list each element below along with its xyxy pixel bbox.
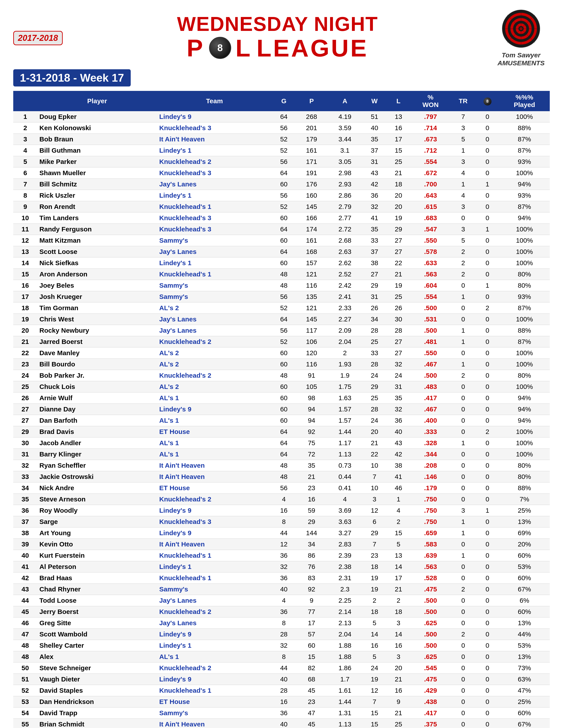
cell-1: Barry Klinger xyxy=(37,449,157,460)
cell-0: 36 xyxy=(13,505,37,516)
cell-0: 2 xyxy=(13,122,37,134)
cell-10: 1 xyxy=(476,505,499,516)
cell-1: Chuck Lois xyxy=(37,381,157,392)
cell-0: 42 xyxy=(13,572,37,584)
cell-7: 31 xyxy=(386,381,411,392)
cell-9: 0 xyxy=(451,212,476,224)
col-pct-played: %%%Played xyxy=(499,91,550,111)
cell-2: It Ain't Heaven xyxy=(157,539,272,550)
cell-8: .545 xyxy=(411,662,451,674)
cell-10: 0 xyxy=(476,145,499,156)
cell-11: 94% xyxy=(499,212,550,224)
cell-10: 0 xyxy=(476,325,499,336)
cell-9: 4 xyxy=(451,190,476,201)
cell-1: Bill Schmitz xyxy=(37,179,157,190)
cell-7: 21 xyxy=(386,584,411,595)
cell-7: 15 xyxy=(386,527,411,539)
cell-0: 10 xyxy=(13,212,37,224)
cell-7: 16 xyxy=(386,122,411,134)
col-l: L xyxy=(386,91,411,111)
cell-1: Matt Kitzman xyxy=(37,235,157,246)
cell-5: 3.69 xyxy=(327,505,362,516)
cell-11: 93% xyxy=(499,291,550,302)
cell-5: 1.93 xyxy=(327,359,362,370)
cell-10: 0 xyxy=(476,235,499,246)
cell-7: 13 xyxy=(386,550,411,561)
cell-5: 2.83 xyxy=(327,539,362,550)
cell-1: Rick Uszler xyxy=(37,190,157,201)
cell-0: 21 xyxy=(13,336,37,347)
cell-6: 15 xyxy=(363,707,387,719)
cell-11: 67% xyxy=(499,584,550,595)
cell-0: 26 xyxy=(13,392,37,404)
cell-5: 3.05 xyxy=(327,156,362,167)
cell-2: Sammy's xyxy=(157,291,272,302)
tom-sawyer-text: Tom SawyerAMUSEMENTS xyxy=(492,51,550,67)
pool-league-row: P 8 L LEAGUE xyxy=(69,34,486,62)
cell-10: 0 xyxy=(476,640,499,651)
cell-2: Lindey's 1 xyxy=(157,561,272,572)
cell-4: 45 xyxy=(296,685,328,696)
cell-11: 63% xyxy=(499,674,550,685)
table-row: 4Bill GuthmanLindey's 1521613.13715.7121… xyxy=(13,145,550,156)
cell-9: 1 xyxy=(451,145,476,156)
cell-11: 80% xyxy=(499,471,550,482)
table-row: 54David TrappSammy's36471.311521.4170060… xyxy=(13,707,550,719)
cell-2: Knucklehead's 2 xyxy=(157,336,272,347)
table-row: 20Rocky NewburyJay's Lanes561172.092828.… xyxy=(13,325,550,336)
cell-8: .500 xyxy=(411,302,451,314)
pool-text2: L xyxy=(235,34,252,62)
cell-6: 31 xyxy=(363,156,387,167)
cell-4: 157 xyxy=(296,257,328,269)
cell-10: 0 xyxy=(476,516,499,527)
cell-2: Jay's Lanes xyxy=(157,179,272,190)
cell-1: Dave Manley xyxy=(37,347,157,359)
cell-11: 13% xyxy=(499,651,550,662)
cell-3: 32 xyxy=(272,640,296,651)
cell-9: 3 xyxy=(451,505,476,516)
cell-6: 18 xyxy=(363,606,387,617)
cell-2: Lindey's 9 xyxy=(157,404,272,415)
cell-7: 27 xyxy=(386,246,411,257)
cell-0: 3 xyxy=(13,134,37,145)
cell-2: Knucklehead's 3 xyxy=(157,224,272,235)
cell-0: 20 xyxy=(13,325,37,336)
cell-1: Shelley Carter xyxy=(37,640,157,651)
cell-5: 2 xyxy=(327,347,362,359)
cell-8: .633 xyxy=(411,257,451,269)
cell-5: 1.75 xyxy=(327,381,362,392)
cell-9: 0 xyxy=(451,314,476,325)
cell-1: Bob Parker Jr. xyxy=(37,370,157,381)
cell-0: 13 xyxy=(13,246,37,257)
cell-11: 93% xyxy=(499,156,550,167)
cell-6: 25 xyxy=(363,392,387,404)
table-row: 16Joey BelesSammy's481162.422919.6040180… xyxy=(13,280,550,291)
cell-0: 47 xyxy=(13,629,37,640)
cell-10: 0 xyxy=(476,415,499,426)
cell-5: 2.25 xyxy=(327,595,362,606)
cell-3: 56 xyxy=(272,156,296,167)
cell-5: 1.88 xyxy=(327,640,362,651)
cell-3: 56 xyxy=(272,122,296,134)
cell-8: .583 xyxy=(411,539,451,550)
cell-6: 51 xyxy=(363,111,387,122)
cell-5: 2.38 xyxy=(327,561,362,572)
cell-3: 52 xyxy=(272,302,296,314)
cell-6: 37 xyxy=(363,145,387,156)
cell-1: Scott Wambold xyxy=(37,629,157,640)
cell-10: 0 xyxy=(476,482,499,494)
cell-5: 1.7 xyxy=(327,674,362,685)
col-player: Player xyxy=(37,91,157,111)
cell-10: 0 xyxy=(476,269,499,280)
cell-5: 1.13 xyxy=(327,449,362,460)
cell-5: 2.63 xyxy=(327,246,362,257)
cell-7: 15 xyxy=(386,145,411,156)
cell-7: 35 xyxy=(386,392,411,404)
cell-8: .500 xyxy=(411,370,451,381)
cell-7: 21 xyxy=(386,167,411,179)
cell-6: 36 xyxy=(363,190,387,201)
cell-10: 0 xyxy=(476,190,499,201)
cell-5: 2.13 xyxy=(327,617,362,629)
cell-10: 0 xyxy=(476,539,499,550)
cell-4: 72 xyxy=(296,449,328,460)
